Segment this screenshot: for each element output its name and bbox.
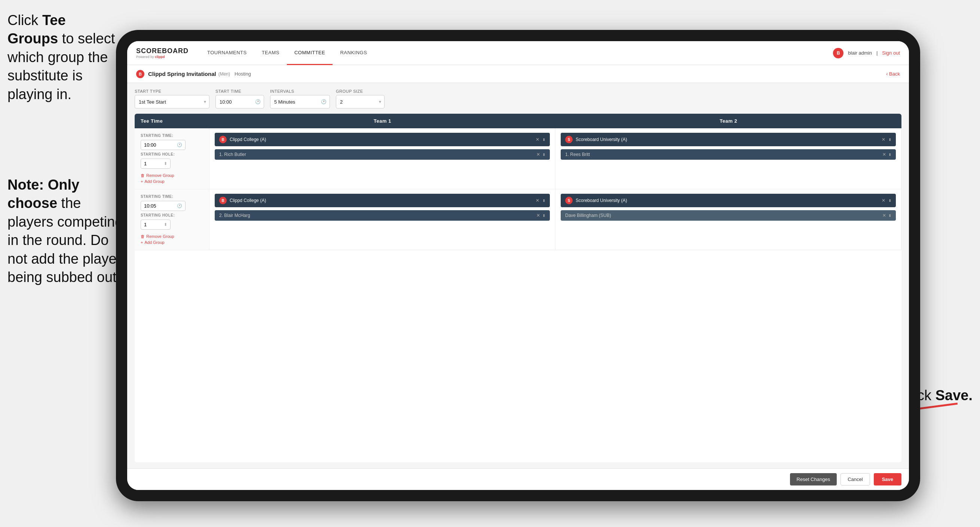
- group-size-label: Group Size: [336, 89, 385, 94]
- group2-team2-expand-icon[interactable]: ⬍: [888, 199, 891, 203]
- nav-links: TOURNAMENTS TEAMS COMMITTEE RANKINGS: [200, 41, 833, 65]
- group2-team2-name: Scoreboard University (A): [576, 198, 881, 203]
- tablet-device: SCOREBOARD Powered by clippd TOURNAMENTS…: [116, 30, 920, 501]
- group2-team1-cell: B Clippd College (A) ✕ ⬍ 2. Blair McHarg…: [210, 189, 555, 250]
- tee-groups-highlight: Tee Groups: [8, 12, 66, 46]
- group1-team2-name: Scoreboard University (A): [576, 137, 881, 142]
- plus-icon-2: +: [141, 240, 143, 245]
- group1-team2-player-card[interactable]: 1. Rees Britt ✕ ⬍: [561, 149, 896, 160]
- group1-player1-expand-icon[interactable]: ⬍: [542, 153, 546, 157]
- group2-team1-remove-icon[interactable]: ✕: [536, 198, 539, 203]
- remove-group-button-1[interactable]: 🗑 Remove Group: [141, 173, 203, 178]
- event-tag: (Men): [218, 72, 230, 77]
- trash-icon-1: 🗑: [141, 173, 145, 178]
- hole-arrow-icon-2: ⬍: [164, 222, 167, 227]
- group1-team2-expand-icon[interactable]: ⬍: [888, 138, 891, 142]
- th-team1: Team 1: [210, 114, 555, 128]
- group1-player1-remove-icon[interactable]: ✕: [536, 152, 540, 157]
- cancel-button[interactable]: Cancel: [840, 473, 870, 486]
- sub-header: B Clippd Spring Invitational (Men) Hosti…: [127, 65, 909, 83]
- starting-time-label-2: STARTING TIME:: [141, 194, 203, 199]
- start-time-group: Start Time 10:00 🕐: [215, 89, 264, 108]
- group2-team2-remove-icon[interactable]: ✕: [881, 198, 885, 203]
- group1-team2-actions: ✕ ⬍: [881, 137, 891, 142]
- group1-team1-player-name: 1. Rich Butler: [219, 152, 536, 157]
- th-team2: Team 2: [555, 114, 902, 128]
- nav-user: B blair admin | Sign out: [833, 48, 900, 58]
- start-type-input-wrapper: 1st Tee Start ▾: [135, 95, 210, 108]
- group1-player2-remove-icon[interactable]: ✕: [882, 152, 886, 157]
- intervals-clock-icon: 🕐: [321, 99, 326, 104]
- start-time-input[interactable]: 10:00 🕐: [215, 95, 264, 108]
- group2-team2-card[interactable]: S Scoreboard University (A) ✕ ⬍: [561, 194, 896, 207]
- remove-group-button-2[interactable]: 🗑 Remove Group: [141, 234, 203, 239]
- group1-time-input[interactable]: 10:00 🕐: [141, 140, 186, 150]
- group1-team1-expand-icon[interactable]: ⬍: [542, 138, 546, 142]
- start-type-select[interactable]: 1st Tee Start ▾: [135, 95, 210, 108]
- group2-team1-name: Clippd College (A): [230, 198, 536, 203]
- back-link[interactable]: ‹ Back: [886, 71, 900, 77]
- nav-rankings[interactable]: RANKINGS: [332, 41, 374, 65]
- intervals-input-wrapper: 5 Minutes 🕐: [270, 95, 330, 108]
- hosting-label: Hosting: [234, 71, 251, 77]
- tablet-screen: SCOREBOARD Powered by clippd TOURNAMENTS…: [127, 41, 909, 490]
- table-header: Tee Time Team 1 Team 2: [135, 114, 902, 128]
- group2-hole-input[interactable]: 1 ⬍: [141, 220, 170, 230]
- group1-team2-cell: S Scoreboard University (A) ✕ ⬍ 1. Rees …: [555, 128, 902, 189]
- group2-team1-icon: B: [219, 197, 227, 204]
- group1-hole-input[interactable]: 1 ⬍: [141, 159, 170, 169]
- save-button[interactable]: Save: [874, 473, 902, 486]
- intervals-select[interactable]: 5 Minutes 🕐: [270, 95, 330, 108]
- group2-actions: 🗑 Remove Group + Add Group: [141, 234, 203, 245]
- group2-team2-cell: S Scoreboard University (A) ✕ ⬍ Dave Bil…: [555, 189, 902, 250]
- start-time-label: Start Time: [215, 89, 264, 94]
- table-body: STARTING TIME: 10:00 🕐 STARTING HOLE: 1 …: [135, 128, 902, 462]
- group2-team1-actions: ✕ ⬍: [536, 198, 546, 203]
- group1-team2-remove-icon[interactable]: ✕: [881, 137, 885, 142]
- group1-team2-player-name: 1. Rees Britt: [565, 152, 882, 157]
- group1-team1-cell: B Clippd College (A) ✕ ⬍ 1. Rich Butler …: [210, 128, 555, 189]
- separator: |: [877, 50, 878, 56]
- group2-player2-expand-icon[interactable]: ⬍: [888, 213, 891, 218]
- group2-time-input[interactable]: 10:05 🕐: [141, 201, 186, 211]
- user-name: blair admin: [848, 50, 872, 56]
- group2-team2-player-card[interactable]: Dave Billingham (SUB) ✕ ⬍: [561, 210, 896, 221]
- main-content: Start Type 1st Tee Start ▾ Start Time 10…: [127, 83, 909, 468]
- add-group-button-2[interactable]: + Add Group: [141, 240, 203, 245]
- group1-left: STARTING TIME: 10:00 🕐 STARTING HOLE: 1 …: [135, 128, 210, 189]
- schedule-table: Tee Time Team 1 Team 2 STARTING TIME: 10…: [135, 114, 902, 462]
- group2-player1-expand-icon[interactable]: ⬍: [542, 213, 546, 218]
- group1-team1-card[interactable]: B Clippd College (A) ✕ ⬍: [215, 133, 550, 146]
- group-size-select[interactable]: 2 ▾: [336, 95, 385, 108]
- group1-team1-player-card[interactable]: 1. Rich Butler ✕ ⬍: [215, 149, 550, 160]
- note-label: Note: Only choose: [8, 177, 79, 211]
- group2-team2-actions: ✕ ⬍: [881, 198, 891, 203]
- starting-time-label-1: STARTING TIME:: [141, 134, 203, 138]
- nav-teams[interactable]: TEAMS: [255, 41, 287, 65]
- group2-player2-remove-icon[interactable]: ✕: [882, 213, 886, 218]
- navbar: SCOREBOARD Powered by clippd TOURNAMENTS…: [127, 41, 909, 65]
- event-icon: B: [136, 70, 145, 78]
- group1-team1-actions: ✕ ⬍: [536, 137, 546, 142]
- group2-team1-card[interactable]: B Clippd College (A) ✕ ⬍: [215, 194, 550, 207]
- nav-tournaments[interactable]: TOURNAMENTS: [200, 41, 255, 65]
- group2-team1-player-card[interactable]: 2. Blair McHarg ✕ ⬍: [215, 210, 550, 221]
- add-group-button-1[interactable]: + Add Group: [141, 179, 203, 184]
- start-type-group: Start Type 1st Tee Start ▾: [135, 89, 210, 108]
- event-title: Clippd Spring Invitational: [148, 71, 216, 77]
- group2-team1-expand-icon[interactable]: ⬍: [542, 199, 546, 203]
- table-row: STARTING TIME: 10:05 🕐 STARTING HOLE: 1 …: [135, 189, 902, 250]
- starting-hole-label-1: STARTING HOLE:: [141, 152, 203, 156]
- group2-team1-player-name: 2. Blair McHarg: [219, 213, 536, 218]
- group1-player2-expand-icon[interactable]: ⬍: [888, 153, 891, 157]
- bottom-bar: Reset Changes Cancel Save: [127, 468, 909, 490]
- sign-out-link[interactable]: Sign out: [882, 50, 900, 56]
- nav-committee[interactable]: COMMITTEE: [287, 41, 333, 65]
- reset-changes-button[interactable]: Reset Changes: [790, 473, 837, 486]
- group2-player1-remove-icon[interactable]: ✕: [536, 213, 540, 218]
- group1-actions: 🗑 Remove Group + Add Group: [141, 173, 203, 184]
- group1-team1-remove-icon[interactable]: ✕: [536, 137, 539, 142]
- save-label-bold: Save.: [935, 387, 972, 403]
- group1-team2-card[interactable]: S Scoreboard University (A) ✕ ⬍: [561, 133, 896, 146]
- time-clock-icon-2: 🕐: [177, 204, 182, 209]
